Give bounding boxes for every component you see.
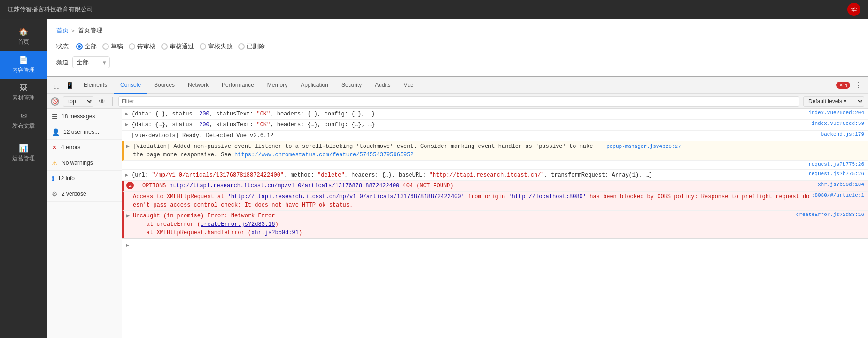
ops-icon: 📊	[19, 144, 28, 153]
sidebar-item-label: 素材管理	[12, 94, 35, 102]
radio-dot-pending	[129, 43, 135, 50]
msg-count-verbose-label: 2 verbose	[62, 191, 86, 197]
radio-dot-approved	[161, 43, 168, 50]
status-radio-deleted[interactable]: 已删除	[238, 42, 265, 51]
levels-select[interactable]: Default levels ▾	[803, 96, 864, 107]
file-reference[interactable]: index.vue?6ced:204	[808, 110, 868, 115]
status-radio-group: 全部 草稿 待审核 审核通过	[76, 42, 265, 51]
status-radio-approved[interactable]: 审核通过	[161, 42, 194, 51]
tab-console[interactable]: Console	[114, 77, 147, 94]
sidebar-divider	[5, 137, 42, 137]
status-radio-rejected[interactable]: 审核失败	[200, 42, 232, 51]
content-area: 首页 > 首页管理 状态 全部 草稿 待审核	[47, 19, 868, 338]
status-filter-row: 状态 全部 草稿 待审核 审	[56, 42, 859, 51]
create-error-link[interactable]: createError.js?2d83:16	[201, 221, 275, 228]
console-sidebar: ☰ 18 messages 👤 12 user mes... ✕ 4 error…	[47, 109, 122, 338]
status-radio-draft[interactable]: 草稿	[102, 42, 123, 51]
error-count-badge: ✕ 4	[836, 82, 850, 89]
sidebar-item-label: 运营管理	[12, 154, 35, 162]
msg-count-errors[interactable]: ✕ 4 errors	[47, 140, 122, 155]
error-repeat-count: 2	[126, 182, 134, 189]
msg-count-info[interactable]: ℹ 12 info	[47, 171, 122, 186]
log-message: OPTIONS http://ttapi.research.itcast.cn/…	[142, 182, 818, 190]
material-icon: 🖼	[20, 84, 27, 92]
channel-label: 频道	[56, 58, 69, 67]
file-reference[interactable]: createError.js?2d83:16	[796, 212, 868, 217]
console-filter-input[interactable]	[118, 96, 799, 107]
file-reference[interactable]: index.vue?6ced:59	[812, 121, 868, 126]
file-reference[interactable]: request.js?b775:26	[808, 171, 868, 177]
cors-url-link[interactable]: 'http://ttapi.research.itcast.cn/mp/v1_0…	[228, 193, 465, 200]
file-reference[interactable]: request.js?b775:26	[808, 161, 868, 167]
console-input-row: ▶	[122, 238, 868, 252]
msg-count-warnings-label: No warnings	[62, 160, 93, 166]
log-entry: ▶ {data: {…}, status: 200, statusText: "…	[122, 120, 868, 131]
breadcrumb-current: 首页管理	[78, 26, 102, 35]
tab-memory[interactable]: Memory	[261, 77, 294, 94]
log-entry-error-cors: ▶ Access to XMLHttpRequest at 'http://tt…	[122, 192, 868, 211]
log-entry: ▶ request.js?b775:26	[122, 161, 868, 170]
inline-file-ref[interactable]: popup-manager.js?4b26:27	[606, 144, 684, 149]
file-reference[interactable]: backend.js:179	[821, 131, 868, 137]
console-stop-btn[interactable]: 🚫	[51, 97, 59, 106]
status-radio-pending[interactable]: 待审核	[129, 42, 155, 51]
user-icon: 👤	[52, 128, 60, 136]
expand-arrow[interactable]: ▶	[126, 212, 133, 219]
tab-performance[interactable]: Performance	[215, 77, 261, 94]
msg-count-all-label: 18 messages	[62, 113, 95, 120]
log-message: Access to XMLHttpRequest at 'http://ttap…	[133, 192, 812, 209]
tab-vue[interactable]: Vue	[397, 77, 420, 94]
devtools-more-btn[interactable]: ⋮	[853, 80, 864, 91]
expand-arrow[interactable]: ▶	[125, 110, 132, 117]
tab-security[interactable]: Security	[335, 77, 368, 94]
expand-arrow[interactable]: ▶	[125, 171, 132, 178]
page-content: 首页 > 首页管理 状态 全部 草稿 待审核	[47, 19, 868, 76]
radio-dot-rejected	[200, 43, 206, 50]
app-header: 江苏传智播客科技教育有限公司 华	[0, 0, 868, 19]
msg-count-all[interactable]: ☰ 18 messages	[47, 109, 122, 124]
sidebar-item-material[interactable]: 🖼 素材管理	[0, 79, 47, 107]
external-link[interactable]: https://www.chromestatus.com/feature/574…	[234, 152, 414, 158]
eye-btn[interactable]: 👁	[97, 97, 107, 106]
toolbar-separator	[112, 97, 113, 106]
context-select[interactable]: top	[63, 96, 93, 107]
sidebar-item-label: 内容管理	[12, 66, 35, 74]
file-reference[interactable]: :8080/#/article:1	[812, 192, 868, 198]
breadcrumb-home[interactable]: 首页	[56, 26, 69, 35]
console-log: ▶ {data: {…}, status: 200, statusText: "…	[122, 109, 868, 338]
tab-audits[interactable]: Audits	[368, 77, 397, 94]
devtools-device-btn[interactable]: 📱	[64, 80, 75, 91]
file-reference[interactable]: xhr.js?b50d:184	[818, 182, 868, 187]
options-url-link[interactable]: http://ttapi.research.itcast.cn/mp/v1_0/…	[170, 183, 400, 189]
msg-count-user[interactable]: 👤 12 user mes...	[47, 124, 122, 140]
expand-arrow[interactable]: ▶	[126, 142, 133, 150]
log-message: {data: {…}, status: 200, statusText: "OK…	[132, 121, 812, 129]
main-layout: 🏠 首页 📄 内容管理 🖼 素材管理 ✉ 发布文章 📊 运营管理 首页 > 首页	[0, 19, 868, 338]
levels-select-wrapper: Default levels ▾	[803, 96, 864, 107]
sidebar-item-label: 首页	[18, 38, 29, 46]
sidebar-item-publish[interactable]: ✉ 发布文章	[0, 107, 47, 135]
publish-icon: ✉	[21, 111, 27, 120]
channel-select[interactable]: 全部	[72, 56, 110, 68]
tab-sources[interactable]: Sources	[147, 77, 181, 94]
list-icon: ☰	[52, 113, 58, 120]
tab-network[interactable]: Network	[181, 77, 215, 94]
devtools-inspect-btn[interactable]: ⬚	[51, 80, 62, 91]
tab-application[interactable]: Application	[294, 77, 335, 94]
status-radio-all[interactable]: 全部	[76, 42, 97, 51]
channel-filter-row: 频道 全部	[56, 56, 859, 68]
tab-elements[interactable]: Elements	[77, 77, 114, 94]
console-prompt: ▶	[126, 242, 129, 249]
verbose-icon: ⚙	[52, 190, 58, 198]
console-body: ☰ 18 messages 👤 12 user mes... ✕ 4 error…	[47, 109, 868, 338]
devtools-tabs: Elements Console Sources Network Perform…	[77, 77, 420, 94]
sidebar-item-home[interactable]: 🏠 首页	[0, 23, 47, 51]
xhr-error-link[interactable]: xhr.js?b50d:91	[251, 230, 299, 236]
log-entry: ▶ [vue-devtools] Ready. Detected Vue v2.…	[122, 131, 868, 141]
msg-count-verbose[interactable]: ⚙ 2 verbose	[47, 186, 122, 202]
content-icon: 📄	[19, 55, 28, 64]
expand-arrow[interactable]: ▶	[125, 121, 132, 128]
sidebar-item-ops[interactable]: 📊 运营管理	[0, 139, 47, 167]
msg-count-warnings[interactable]: ⚠ No warnings	[47, 155, 122, 171]
sidebar-item-content[interactable]: 📄 内容管理	[0, 51, 47, 79]
